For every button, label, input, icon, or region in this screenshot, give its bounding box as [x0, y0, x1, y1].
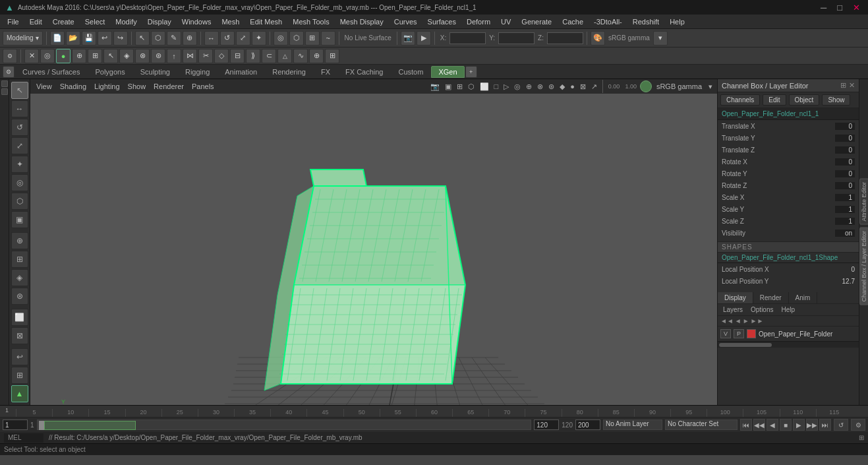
shelf-insert-loop-icon[interactable]: ⊟: [230, 49, 245, 63]
menu-cache[interactable]: Cache: [558, 16, 588, 27]
snap-view-button[interactable]: ◈: [11, 269, 28, 286]
channel-rotate-z[interactable]: Rotate Z 0: [718, 179, 859, 191]
options-button[interactable]: Options: [748, 305, 776, 314]
scale-tool-button[interactable]: ⤢: [11, 137, 28, 154]
transport-stop-button[interactable]: ■: [780, 419, 792, 431]
shelf-tool6-icon[interactable]: ⊛: [151, 49, 165, 63]
char-set-select[interactable]: No Character Set: [665, 419, 738, 430]
timeline-slider[interactable]: [37, 419, 532, 430]
transport-go-start-button[interactable]: ⏮: [740, 419, 752, 431]
tab-rigging[interactable]: Rigging: [178, 66, 217, 78]
attribute-editor-tab[interactable]: Attribute Editor: [859, 179, 869, 225]
status-icon-button[interactable]: ⊞: [859, 434, 864, 441]
vp-menu-show[interactable]: Show: [125, 82, 150, 91]
symmetry-button[interactable]: ⬡: [289, 31, 304, 46]
isolate-select-button[interactable]: ⬜: [11, 309, 28, 326]
shelf-connect-icon[interactable]: ∿: [293, 49, 308, 63]
menu-curves[interactable]: Curves: [390, 16, 422, 27]
vp-display-icon9[interactable]: ⊗: [535, 82, 545, 92]
menu-mesh-display[interactable]: Mesh Display: [335, 16, 388, 27]
menu-select[interactable]: Select: [80, 16, 110, 27]
snap-curve-button[interactable]: ~: [321, 31, 335, 46]
playback-speed-button[interactable]: ⚙: [851, 419, 865, 431]
help-button[interactable]: Help: [778, 305, 797, 314]
channel-scale-z[interactable]: Scale Z 1: [718, 215, 859, 227]
render-proxy-button[interactable]: ▲: [11, 385, 28, 402]
vp-display-icon12[interactable]: ●: [568, 82, 577, 91]
vp-display-icon7[interactable]: ◎: [512, 82, 523, 92]
shelf-bevel-icon[interactable]: ◇: [214, 49, 229, 63]
end-frame-input[interactable]: [534, 419, 559, 430]
channel-box-tab[interactable]: Channel Box / Layer Editor: [859, 228, 869, 305]
quick-select-button[interactable]: ⊞: [11, 367, 28, 384]
tab-settings-button[interactable]: ⚙: [3, 66, 14, 78]
vp-menu-shading[interactable]: Shading: [57, 82, 90, 91]
layer-first-button[interactable]: ◄◄: [720, 317, 734, 325]
vp-color-profile[interactable]: sRGB gamma: [653, 82, 705, 91]
menu-3dto[interactable]: -3DtoAll-: [589, 16, 627, 27]
vp-menu-panels[interactable]: Panels: [188, 82, 217, 91]
scale-button[interactable]: ⤢: [236, 31, 250, 46]
transport-go-end-button[interactable]: ⏭: [819, 419, 831, 431]
vp-display-icon3[interactable]: ⬡: [466, 82, 477, 92]
x-input[interactable]: [449, 32, 486, 44]
menu-generate[interactable]: Generate: [517, 16, 556, 27]
render-view-button[interactable]: ▶: [417, 31, 431, 46]
menu-help[interactable]: Help: [665, 16, 689, 27]
channel-translate-x[interactable]: Translate X 0: [718, 120, 859, 132]
layers-button[interactable]: Layers: [720, 305, 745, 314]
vp-display-icon1[interactable]: ▣: [443, 82, 453, 92]
tab-polygons[interactable]: Polygons: [88, 66, 132, 78]
current-frame-input[interactable]: [3, 419, 28, 430]
save-scene-button[interactable]: 💾: [82, 31, 96, 46]
shelf-tool2-icon[interactable]: ⊞: [88, 49, 102, 63]
shelf-combine-icon[interactable]: ⊞: [325, 49, 339, 63]
shelf-triangulate-icon[interactable]: △: [277, 49, 292, 63]
transport-prev-key-button[interactable]: ◀◀: [753, 419, 765, 431]
vp-menu-renderer[interactable]: Renderer: [150, 82, 187, 91]
tab-display[interactable]: Display: [718, 292, 753, 303]
channel-translate-z[interactable]: Translate Z 0: [718, 144, 859, 156]
snap-grid-button[interactable]: ⊞: [305, 31, 320, 46]
object-button[interactable]: Object: [789, 94, 820, 106]
vp-display-icon2[interactable]: ⊞: [455, 82, 465, 92]
universal-tool-button[interactable]: ✦: [11, 156, 28, 173]
snap-button[interactable]: ⊕: [183, 31, 197, 46]
channel-translate-y[interactable]: Translate Y 0: [718, 132, 859, 144]
channel-visibility[interactable]: Visibility on: [718, 227, 859, 239]
vp-resolution-icon[interactable]: ↗: [589, 82, 599, 92]
shelf-sphere-icon[interactable]: ●: [56, 49, 71, 63]
mode-dropdown[interactable]: Modeling ▾: [3, 31, 43, 46]
menu-deform[interactable]: Deform: [462, 16, 495, 27]
shelf-extrude-icon[interactable]: ↑: [167, 49, 181, 63]
shelf-bridge-icon[interactable]: ⋈: [183, 49, 197, 63]
vp-display-icon4[interactable]: ⬜: [478, 82, 491, 92]
paint-button[interactable]: ✎: [167, 31, 181, 46]
shelf-multi-cut-icon[interactable]: ✂: [198, 49, 213, 63]
vp-camera-icon[interactable]: 📷: [428, 82, 442, 92]
shelf-tool3-icon[interactable]: ↖: [103, 49, 118, 63]
shape-local-pos-y[interactable]: Local Position Y 12.7: [718, 275, 859, 287]
edge-btn1[interactable]: [1, 80, 8, 87]
channel-rotate-y[interactable]: Rotate Y 0: [718, 168, 859, 179]
menu-edit[interactable]: Edit: [25, 16, 47, 27]
shelf-circle-icon[interactable]: ◎: [40, 49, 55, 63]
vp-display-icon13[interactable]: ⊠: [578, 82, 588, 92]
menu-uv[interactable]: UV: [496, 16, 515, 27]
tab-anim[interactable]: Anim: [789, 292, 818, 303]
select-tool-left-button[interactable]: ↖: [11, 82, 28, 99]
tab-rendering[interactable]: Rendering: [265, 66, 313, 78]
layer-prev-button[interactable]: ◄: [735, 317, 741, 325]
menu-display[interactable]: Display: [143, 16, 176, 27]
y-input[interactable]: [498, 32, 535, 44]
render-settings-button[interactable]: 🎨: [591, 31, 605, 46]
tab-fx-caching[interactable]: FX Caching: [338, 66, 390, 78]
tab-curves-surfaces[interactable]: Curves / Surfaces: [15, 66, 87, 78]
edge-btn2[interactable]: [1, 88, 8, 95]
menu-windows[interactable]: Windows: [177, 16, 216, 27]
menu-file[interactable]: File: [3, 16, 24, 27]
menu-mesh-tools[interactable]: Mesh Tools: [288, 16, 333, 27]
move-tool-button[interactable]: ↔: [11, 100, 28, 117]
z-input[interactable]: [547, 32, 583, 44]
channels-button[interactable]: Channels: [720, 94, 760, 106]
